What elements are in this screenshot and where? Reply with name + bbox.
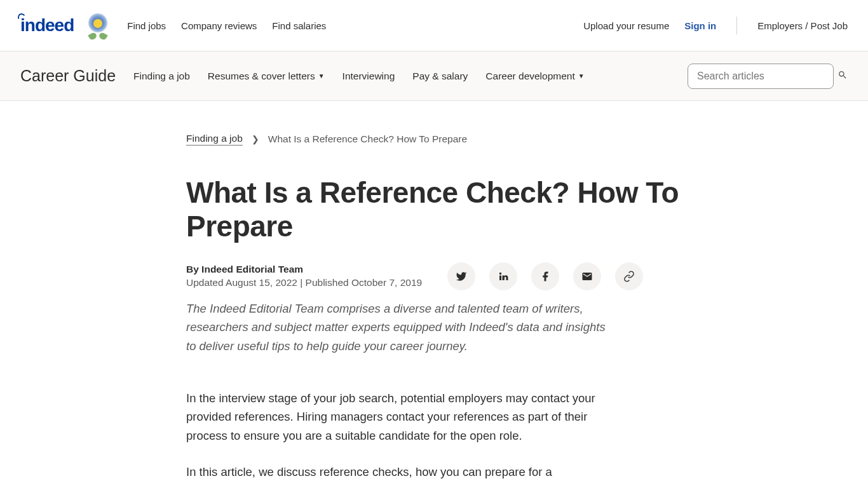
article-paragraph: In this article, we discuss reference ch…: [186, 463, 606, 482]
breadcrumb: Finding a job ❯ What Is a Reference Chec…: [186, 133, 682, 146]
chevron-right-icon: ❯: [252, 134, 259, 144]
link-icon: [623, 271, 635, 282]
subnav-career-dev[interactable]: Career development▼: [485, 71, 584, 82]
email-icon: [581, 271, 593, 282]
subnav-interviewing[interactable]: Interviewing: [342, 71, 395, 82]
breadcrumb-parent[interactable]: Finding a job: [186, 133, 243, 146]
share-buttons: [447, 262, 643, 290]
sunflower-icon: [84, 11, 112, 39]
article-dates: Updated August 15, 2022 | Published Octo…: [186, 277, 422, 288]
share-facebook-button[interactable]: [531, 262, 559, 290]
nav-sign-in[interactable]: Sign in: [684, 20, 716, 31]
share-linkedin-button[interactable]: [489, 262, 517, 290]
facebook-icon: [539, 271, 551, 282]
nav-find-jobs[interactable]: Find jobs: [127, 20, 166, 31]
chevron-down-icon: ▼: [318, 72, 325, 79]
nav-divider: [736, 17, 737, 34]
article-paragraph: In the interview stage of your job searc…: [186, 389, 606, 445]
career-guide-title[interactable]: Career Guide: [20, 67, 116, 85]
editorial-blurb: The Indeed Editorial Team comprises a di…: [186, 299, 618, 356]
article-content: Finding a job ❯ What Is a Reference Chec…: [186, 101, 682, 482]
search-wrap: [688, 64, 848, 89]
meta-row: By Indeed Editorial Team Updated August …: [186, 262, 682, 290]
breadcrumb-current: What Is a Reference Check? How To Prepar…: [268, 133, 467, 145]
top-navigation: indeed Find jobs Company reviews Find sa…: [0, 0, 868, 51]
subnav-finding-job[interactable]: Finding a job: [133, 71, 190, 82]
share-twitter-button[interactable]: [447, 262, 475, 290]
share-link-button[interactable]: [615, 262, 643, 290]
article-title: What Is a Reference Check? How To Prepar…: [186, 176, 682, 243]
search-button[interactable]: [837, 70, 848, 82]
subnav-resumes[interactable]: Resumes & cover letters▼: [208, 71, 325, 82]
chevron-down-icon: ▼: [578, 72, 585, 79]
nav-find-salaries[interactable]: Find salaries: [272, 20, 326, 31]
logo-block: indeed: [20, 11, 112, 39]
search-icon: [837, 70, 848, 80]
nav-company-reviews[interactable]: Company reviews: [181, 20, 257, 31]
nav-employers[interactable]: Employers / Post Job: [757, 20, 848, 31]
article-byline: By Indeed Editorial Team: [186, 264, 422, 275]
article-meta: By Indeed Editorial Team Updated August …: [186, 264, 422, 288]
linkedin-icon: [498, 271, 509, 282]
sub-navigation: Career Guide Finding a job Resumes & cov…: [0, 51, 868, 101]
search-input[interactable]: [688, 64, 834, 89]
nav-upload-resume[interactable]: Upload your resume: [583, 20, 669, 31]
share-email-button[interactable]: [573, 262, 601, 290]
indeed-logo[interactable]: indeed: [20, 15, 74, 36]
subnav-pay-salary[interactable]: Pay & salary: [412, 71, 468, 82]
twitter-icon: [456, 271, 467, 282]
